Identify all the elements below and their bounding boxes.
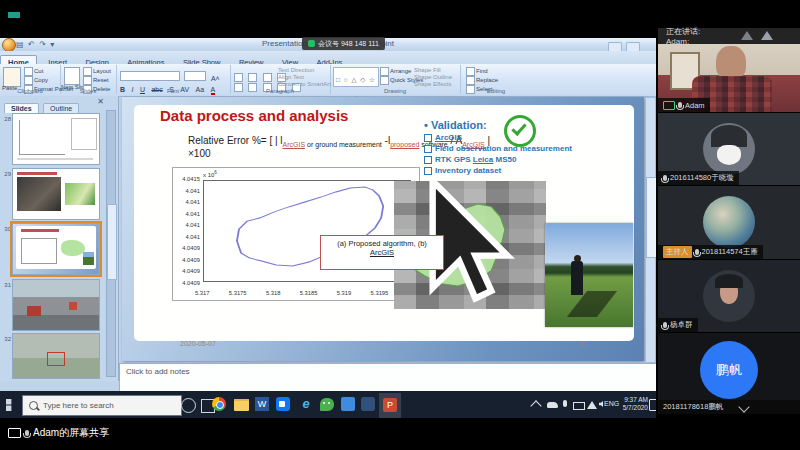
field-survey-photo [545, 223, 633, 327]
shape-outline-button[interactable]: Shape Outline [414, 74, 452, 81]
panel-tab-slides[interactable]: Slides [4, 103, 39, 113]
face-mask [717, 145, 741, 165]
meeting-app-icon[interactable] [276, 397, 290, 411]
tray-mic-icon[interactable] [563, 400, 567, 407]
file-explorer-icon[interactable] [234, 399, 249, 411]
group-label-editing: Editing [460, 88, 532, 94]
quick-styles-icon [380, 76, 389, 85]
x-axis-ticks: 5.3175.3175 5.3185.3185 5.3195.3195 5.32 [195, 290, 419, 296]
slide-thumbnail[interactable] [12, 333, 100, 379]
chrome-icon[interactable] [212, 397, 226, 411]
ribbon-group-clipboard: Paste Cut Copy Format Painter Clipboard [0, 65, 61, 94]
text-direction-button[interactable]: Text Direction [278, 67, 331, 74]
group-label-drawing: Drawing [330, 88, 460, 94]
share-status-bar: Adam的屏幕共享 [0, 418, 800, 450]
participant-video-adam[interactable]: Adam [658, 44, 800, 112]
app-blue-icon[interactable] [341, 397, 355, 411]
ribbon-group-font: A˄ B I U abc S AV Aa A Font [116, 65, 231, 94]
slide-canvas[interactable]: Data process and analysis Relative Error… [122, 97, 644, 361]
slide-thumbnail[interactable] [12, 113, 100, 165]
meeting-sidebar: 正在讲话: Adam; Adam 2016114580于晓璇 [656, 0, 800, 450]
ribbon-group-drawing: □ ○ △ ◇ ☆ ⇨ Arrange Quick Styles Shape F… [330, 65, 461, 94]
paste-icon[interactable] [3, 67, 21, 87]
internet-explorer-icon[interactable]: e [299, 397, 313, 411]
participant-label: 杨卓群 [658, 318, 698, 332]
slide-thumbnail[interactable] [12, 279, 100, 331]
shape-fill-button[interactable]: Shape Fill [414, 67, 452, 74]
reset-icon [83, 76, 92, 85]
y-scale-label: x 106 [203, 170, 217, 178]
word-icon[interactable]: W [255, 397, 269, 411]
screen: ▤ ↶ ↷ ▾ Presentation1 - Microsoft PowerP… [0, 0, 800, 450]
replace-button[interactable]: Replace [466, 76, 498, 85]
wechat-icon[interactable] [320, 398, 334, 411]
validation-item: Field observation and measurement [424, 144, 584, 153]
shape-effects-button[interactable]: Shape Effects [414, 81, 452, 88]
group-label-paragraph: Paragraph [230, 88, 330, 94]
new-slide-icon[interactable] [64, 67, 80, 85]
reset-button[interactable]: Reset [83, 76, 111, 85]
figure-caption-box: (a) Proposed algorithm, (b) ArcGIS [320, 235, 444, 270]
matlab-boundary-plot: x 106 4.04154.041 4.0414.041 4.0414.041 … [172, 167, 420, 301]
y-axis-ticks: 4.04154.041 4.0414.041 4.0414.041 4.0409… [173, 176, 200, 286]
align-text-button[interactable]: Align Text [278, 74, 331, 81]
start-button[interactable] [6, 399, 18, 411]
panel-tab-outline[interactable]: Outline [43, 103, 79, 113]
mic-icon [678, 102, 682, 108]
group-label-clipboard: Clipboard [0, 88, 60, 94]
mic-icon [25, 430, 29, 436]
shared-screen-region: ▤ ↶ ↷ ▾ Presentation1 - Microsoft PowerP… [0, 38, 656, 418]
onedrive-cloud-icon[interactable] [547, 402, 558, 408]
cut-icon [24, 67, 33, 76]
slide-date: 2020-05-07 [180, 340, 216, 347]
avatar [703, 123, 755, 175]
slide-thumbnail-current[interactable] [12, 223, 100, 275]
cortana-icon[interactable] [181, 398, 196, 413]
network-icon[interactable] [587, 401, 597, 409]
battery-icon[interactable] [573, 402, 585, 410]
participant-tile[interactable]: 鹏帆 20181178618鹏帆 [658, 333, 800, 414]
group-label-font: Font [116, 88, 230, 94]
mic-icon [663, 322, 667, 328]
thumb-number: 30 [2, 226, 11, 232]
find-button[interactable]: Find [466, 67, 498, 76]
panel-scrollbar[interactable] [106, 110, 116, 377]
shapes-gallery[interactable]: □ ○ △ ◇ ☆ ⇨ [333, 67, 379, 87]
windows-taskbar: Type here to search W e P [0, 391, 656, 418]
checkbox-icon [424, 156, 432, 164]
ribbon-tab-row: Home Insert Design Animations Slide Show… [0, 51, 656, 64]
replace-icon [466, 76, 475, 85]
powerpoint-taskbar-active[interactable]: P [379, 393, 401, 420]
convert-smartart-button[interactable]: Convert to SmartArt [278, 81, 331, 88]
participant-label: Adam [658, 98, 710, 112]
avatar-initials: 鹏帆 [700, 341, 758, 399]
layout-button[interactable]: Layout [83, 67, 111, 76]
ribbon-group-paragraph: Text Direction Align Text Convert to Sma… [230, 65, 331, 94]
taskbar-search[interactable]: Type here to search [22, 395, 182, 416]
copy-icon [24, 76, 33, 85]
screen-share-icon [663, 101, 675, 110]
slide-thumbnail[interactable] [12, 168, 100, 220]
meeting-id-overlay: 会议号 948 148 111 [302, 37, 385, 50]
slide-page-number: 30 [578, 340, 586, 347]
chevron-down-icon[interactable] [739, 401, 750, 412]
thumb-number: 29 [2, 171, 11, 177]
checkbox-icon [424, 145, 432, 153]
participant-tile-host[interactable]: 主持人 2018114574王雁 [658, 186, 800, 259]
participant-tile[interactable]: 杨卓群 [658, 260, 800, 332]
mic-icon [695, 249, 699, 255]
ribbon-group-editing: Find Replace Select Editing [460, 65, 532, 94]
tray-chevron-icon[interactable] [530, 400, 541, 411]
volume-icon[interactable] [599, 401, 603, 407]
tray-clock[interactable]: 9:37 AM 5/7/2020 [614, 396, 648, 412]
notes-placeholder: Click to add notes [126, 367, 190, 376]
green-check-icon [504, 115, 536, 147]
ppt-title-bar: ▤ ↶ ↷ ▾ Presentation1 - Microsoft PowerP… [0, 38, 656, 52]
validation-item: Inventory dataset [424, 166, 584, 175]
checkbox-icon [424, 167, 432, 175]
app-navy-icon[interactable] [361, 397, 375, 411]
panel-close-icon[interactable]: ✕ [97, 98, 104, 106]
ribbon: Paste Cut Copy Format Painter Clipboard … [0, 64, 656, 97]
slide-scrollbar[interactable] [645, 97, 656, 363]
participant-tile[interactable]: 2016114580于晓璇 [658, 113, 800, 185]
